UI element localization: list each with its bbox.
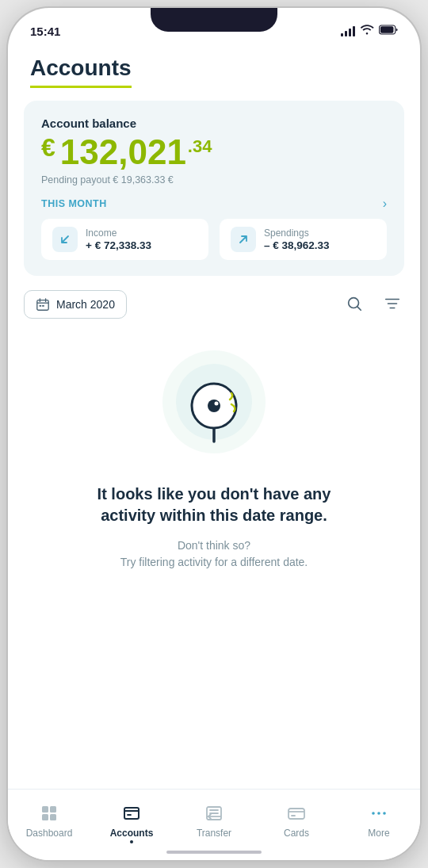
nav-label-dashboard: Dashboard (26, 828, 73, 839)
date-filter-button[interactable]: March 2020 (24, 290, 127, 319)
svg-rect-3 (40, 305, 42, 307)
pending-payout: Pending payout € 19,363.33 € (41, 174, 387, 185)
empty-state: It looks like you don't have any activit… (8, 319, 420, 587)
income-value: + € 72,338.33 (86, 239, 151, 251)
spendings-title: Spendings (264, 228, 330, 239)
nav-label-transfer: Transfer (197, 828, 231, 839)
status-time: 15:41 (30, 25, 60, 38)
income-title: Income (86, 228, 151, 239)
svg-rect-14 (42, 814, 48, 820)
spendings-stat-box: Spendings – € 38,962.33 (220, 219, 387, 260)
search-icon (346, 295, 363, 312)
dashboard-nav-icon (38, 802, 60, 824)
svg-point-11 (215, 402, 219, 406)
spendings-value: – € 38,962.33 (264, 239, 330, 251)
empty-subtitle: Don't think so? Try filtering activity f… (120, 537, 308, 571)
balance-amount: € 132,021 .34 (41, 135, 387, 170)
bottom-nav: Dashboard Accounts (8, 789, 420, 860)
nav-active-indicator (130, 840, 133, 843)
nav-item-cards[interactable]: Cards (255, 799, 338, 842)
svg-point-21 (383, 812, 386, 815)
euro-symbol: € (41, 135, 55, 160)
page-header: Accounts (8, 43, 420, 88)
svg-rect-4 (42, 305, 44, 307)
list-filter-button[interactable] (380, 292, 404, 318)
nav-item-transfer[interactable]: Transfer (173, 799, 255, 842)
filter-actions (342, 292, 404, 318)
nav-item-dashboard[interactable]: Dashboard (8, 799, 90, 842)
nav-label-accounts: Accounts (110, 828, 154, 839)
status-icons (341, 24, 398, 38)
notch (151, 8, 277, 32)
this-month-arrow-icon[interactable]: › (383, 197, 387, 211)
wifi-icon (360, 24, 374, 38)
filter-row: March 2020 (8, 276, 420, 319)
spendings-icon (231, 227, 256, 252)
date-filter-label: March 2020 (56, 298, 115, 311)
income-stat-box: Income + € 72,338.33 (41, 219, 208, 260)
svg-rect-15 (50, 814, 56, 820)
battery-icon (379, 24, 398, 38)
accounts-nav-icon (120, 802, 143, 824)
empty-illustration (155, 342, 273, 461)
svg-point-19 (372, 812, 375, 815)
transfer-nav-icon (203, 802, 225, 824)
balance-label: Account balance (41, 117, 387, 130)
balance-cents: .34 (188, 138, 212, 155)
nav-label-cards: Cards (284, 828, 309, 839)
svg-rect-1 (380, 26, 394, 33)
nav-label-more: More (368, 828, 389, 839)
balance-card: Account balance € 132,021 .34 Pending pa… (24, 101, 404, 276)
nav-item-accounts[interactable]: Accounts (90, 799, 173, 847)
filter-icon (384, 295, 401, 312)
svg-point-20 (377, 812, 380, 815)
this-month-label: THIS MONTH (41, 198, 107, 209)
svg-rect-12 (42, 806, 48, 813)
this-month-row[interactable]: THIS MONTH › (41, 197, 387, 211)
signal-icon (341, 26, 355, 36)
svg-rect-13 (50, 806, 56, 813)
search-filter-button[interactable] (342, 292, 366, 318)
calendar-icon (36, 297, 50, 312)
empty-title: It looks like you don't have any activit… (95, 484, 333, 526)
phone-frame: 15:41 (8, 8, 420, 860)
balance-main-amount: 132,021 (60, 135, 186, 170)
income-icon (52, 227, 78, 252)
svg-rect-18 (289, 809, 304, 819)
nav-item-more[interactable]: More (338, 799, 420, 842)
page-title: Accounts (30, 55, 132, 88)
stats-row: Income + € 72,338.33 Spendings – € 38,96… (41, 219, 387, 260)
svg-rect-16 (124, 808, 139, 819)
home-indicator (166, 851, 262, 854)
more-nav-icon (368, 802, 390, 824)
svg-point-10 (208, 400, 220, 412)
cards-nav-icon (285, 802, 308, 824)
